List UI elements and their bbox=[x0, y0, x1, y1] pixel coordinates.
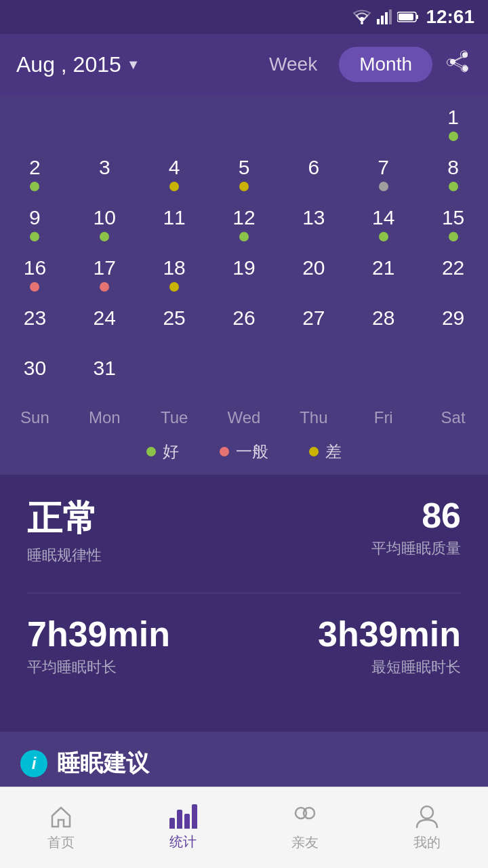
cal-day-empty bbox=[279, 102, 348, 152]
svg-rect-3 bbox=[385, 12, 388, 24]
svg-point-13 bbox=[421, 806, 433, 818]
chart-icon bbox=[169, 804, 197, 829]
share-button[interactable] bbox=[446, 49, 472, 80]
header: Aug , 2015 ▼ Week Month bbox=[0, 34, 488, 95]
cal-day-empty bbox=[0, 102, 70, 152]
date-title[interactable]: Aug , 2015 ▼ bbox=[16, 52, 140, 77]
legend: 好 一般 差 bbox=[0, 431, 488, 475]
nav-profile[interactable]: 我的 bbox=[413, 804, 441, 852]
cal-day-31[interactable]: 31 bbox=[70, 353, 140, 403]
nav-stats-label: 统计 bbox=[169, 833, 197, 851]
svg-rect-6 bbox=[416, 15, 418, 19]
calendar-grid: 1234567891011121314151617181920212223242… bbox=[0, 102, 488, 403]
stat-regularity-label: 睡眠规律性 bbox=[27, 545, 102, 566]
cal-day-18[interactable]: 18 bbox=[140, 252, 209, 302]
cal-day-empty bbox=[140, 102, 209, 152]
tab-week[interactable]: Week bbox=[258, 48, 328, 81]
cal-day-5[interactable]: 5 bbox=[209, 152, 279, 202]
tab-month[interactable]: Month bbox=[339, 47, 432, 82]
day-labels: SunMonTueWedThuFriSat bbox=[0, 403, 488, 431]
stat-avg-duration: 7h39min 平均睡眠时长 bbox=[27, 614, 170, 677]
svg-rect-7 bbox=[399, 14, 413, 20]
cal-day-8[interactable]: 8 bbox=[418, 152, 488, 202]
cal-day-17[interactable]: 17 bbox=[70, 252, 140, 302]
legend-bad: 差 bbox=[309, 441, 342, 462]
svg-point-12 bbox=[304, 808, 314, 818]
legend-good: 好 bbox=[146, 441, 179, 462]
cal-day-27[interactable]: 27 bbox=[279, 302, 348, 353]
cal-day-30[interactable]: 30 bbox=[0, 353, 70, 403]
stats-section: 正常 睡眠规律性 86 平均睡眠质量 7h39min 平均睡眠时长 3h39mi… bbox=[0, 475, 488, 725]
signal-icon bbox=[377, 9, 392, 24]
advice-title: i 睡眠建议 bbox=[20, 748, 468, 779]
stats-row-1: 正常 睡眠规律性 86 平均睡眠质量 bbox=[27, 495, 461, 566]
cal-day-12[interactable]: 12 bbox=[209, 202, 279, 252]
cal-day-14[interactable]: 14 bbox=[348, 202, 418, 252]
view-tabs: Week Month bbox=[258, 47, 432, 82]
svg-rect-1 bbox=[377, 19, 380, 24]
nav-friends[interactable]: 亲友 bbox=[291, 804, 319, 852]
cal-day-19[interactable]: 19 bbox=[209, 252, 279, 302]
svg-point-9 bbox=[450, 59, 455, 64]
cal-day-26[interactable]: 26 bbox=[209, 302, 279, 353]
wifi-icon bbox=[352, 9, 371, 24]
day-label-sun: Sun bbox=[0, 408, 70, 427]
advice-info-icon: i bbox=[20, 750, 47, 777]
legend-ok-label: 一般 bbox=[236, 441, 268, 462]
cal-day-25[interactable]: 25 bbox=[140, 302, 209, 353]
day-label-mon: Mon bbox=[70, 408, 140, 427]
cal-day-15[interactable]: 15 bbox=[418, 202, 488, 252]
cal-day-22[interactable]: 22 bbox=[418, 252, 488, 302]
nav-profile-label: 我的 bbox=[413, 833, 441, 852]
legend-ok-dot bbox=[220, 447, 229, 456]
day-label-fri: Fri bbox=[348, 408, 418, 427]
battery-icon bbox=[397, 11, 419, 23]
legend-good-dot bbox=[146, 447, 156, 456]
legend-bad-dot bbox=[309, 447, 319, 456]
cal-day-9[interactable]: 9 bbox=[0, 202, 70, 252]
cal-day-7[interactable]: 7 bbox=[348, 152, 418, 202]
cal-day-23[interactable]: 23 bbox=[0, 302, 70, 353]
cal-day-empty bbox=[348, 102, 418, 152]
day-label-tue: Tue bbox=[140, 408, 209, 427]
cal-day-10[interactable]: 10 bbox=[70, 202, 140, 252]
stat-avg-duration-label: 平均睡眠时长 bbox=[27, 657, 117, 677]
cal-day-6[interactable]: 6 bbox=[279, 152, 348, 202]
cal-day-24[interactable]: 24 bbox=[70, 302, 140, 353]
cal-day-empty bbox=[209, 102, 279, 152]
cal-day-1[interactable]: 1 bbox=[418, 102, 488, 152]
stat-avg-duration-value: 7h39min bbox=[27, 614, 170, 654]
cal-day-21[interactable]: 21 bbox=[348, 252, 418, 302]
cal-day-3[interactable]: 3 bbox=[70, 152, 140, 202]
cal-day-11[interactable]: 11 bbox=[140, 202, 209, 252]
nav-friends-label: 亲友 bbox=[291, 833, 319, 852]
stat-regularity: 正常 睡眠规律性 bbox=[27, 495, 102, 566]
cal-day-29[interactable]: 29 bbox=[418, 302, 488, 353]
nav-home-label: 首页 bbox=[47, 833, 75, 852]
cal-day-4[interactable]: 4 bbox=[140, 152, 209, 202]
nav-stats[interactable]: 统计 bbox=[169, 804, 197, 851]
svg-point-8 bbox=[462, 52, 468, 58]
cal-day-28[interactable]: 28 bbox=[348, 302, 418, 353]
stat-min-duration-label: 最短睡眠时长 bbox=[371, 657, 461, 677]
stat-min-duration-value: 3h39min bbox=[318, 614, 461, 654]
profile-icon bbox=[414, 804, 440, 829]
stat-quality: 86 平均睡眠质量 bbox=[371, 495, 461, 566]
dropdown-arrow-icon[interactable]: ▼ bbox=[127, 57, 140, 73]
cal-day-16[interactable]: 16 bbox=[0, 252, 70, 302]
stat-regularity-value: 正常 bbox=[27, 495, 98, 542]
cal-day-2[interactable]: 2 bbox=[0, 152, 70, 202]
divider bbox=[27, 593, 461, 593]
cal-day-13[interactable]: 13 bbox=[279, 202, 348, 252]
cal-day-20[interactable]: 20 bbox=[279, 252, 348, 302]
date-text: Aug , 2015 bbox=[16, 52, 121, 77]
svg-point-10 bbox=[462, 66, 468, 71]
stats-row-2: 7h39min 平均睡眠时长 3h39min 最短睡眠时长 bbox=[27, 614, 461, 677]
stat-quality-value: 86 bbox=[422, 495, 461, 536]
legend-good-label: 好 bbox=[163, 441, 179, 462]
status-time: 12:61 bbox=[426, 6, 474, 28]
day-label-thu: Thu bbox=[279, 408, 348, 427]
legend-ok: 一般 bbox=[220, 441, 268, 462]
home-icon bbox=[48, 804, 74, 829]
nav-home[interactable]: 首页 bbox=[47, 804, 75, 852]
